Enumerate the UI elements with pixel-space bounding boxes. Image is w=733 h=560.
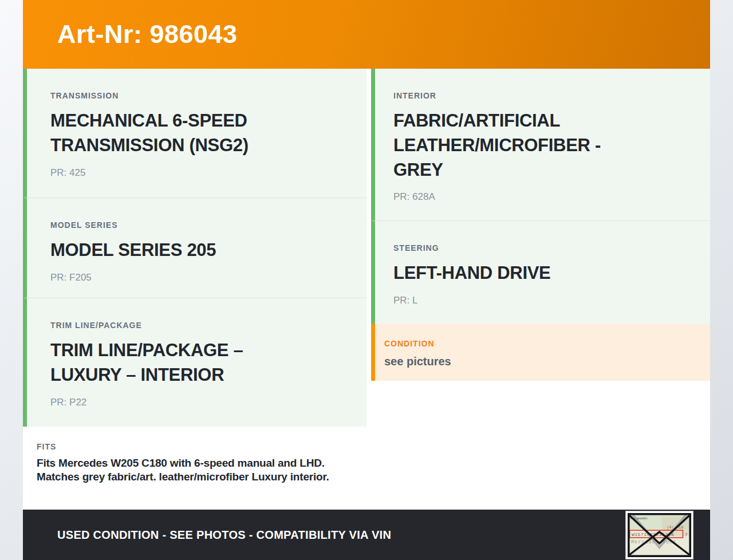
- condition-label: CONDITION: [384, 339, 699, 348]
- right-column-filler: [371, 381, 710, 510]
- header-banner: Art-Nr: 986043: [23, 0, 710, 69]
- spec-value: LEFT-HAND DRIVE: [393, 261, 687, 286]
- footer-notice: USED CONDITION - SEE PHOTOS - COMPATIBIL…: [57, 529, 391, 542]
- listing-page: Art-Nr: 986043 TRANSMISSION MECHANICAL 6…: [23, 0, 710, 560]
- spec-grid: TRANSMISSION MECHANICAL 6-SPEED TRANSMIS…: [23, 69, 710, 510]
- fits-description: Fits Mercedes W205 C180 with 6-speed man…: [37, 456, 334, 484]
- condition-value: see pictures: [384, 355, 699, 368]
- vin-suffix: 7: [685, 532, 688, 537]
- spec-label: MODEL SERIES: [50, 220, 344, 230]
- spec-card-trim-line: TRIM LINE/PACKAGE TRIM LINE/PACKAGE – LU…: [23, 298, 366, 427]
- spec-label: TRANSMISSION: [50, 91, 344, 100]
- spec-pr-code: PR: 628A: [393, 191, 687, 203]
- spec-pr-code: PR: 425: [50, 167, 344, 179]
- spec-card-transmission: TRANSMISSION MECHANICAL 6-SPEED TRANSMIS…: [23, 69, 366, 198]
- spec-value: TRIM LINE/PACKAGE – LUXURY – INTERIOR: [50, 338, 344, 388]
- spec-pr-code: PR: F205: [50, 272, 344, 283]
- spec-label: STEERING: [393, 243, 687, 253]
- spec-pr-code: PR: L: [393, 295, 687, 306]
- article-number-title: Art-Nr: 986043: [57, 19, 238, 49]
- spec-value: MODEL SERIES 205: [50, 238, 344, 263]
- left-column: TRANSMISSION MECHANICAL 6-SPEED TRANSMIS…: [23, 69, 366, 510]
- vin-plate-image: Fahrgestellnr. |4| Ai8 W1571463J31248 7 …: [628, 513, 691, 557]
- spec-label: TRIM LINE/PACKAGE: [50, 321, 344, 330]
- footer-bar: USED CONDITION - SEE PHOTOS - COMPATIBIL…: [23, 510, 710, 560]
- spec-card-interior: INTERIOR FABRIC/ARTIFICIAL LEATHER/MICRO…: [371, 69, 710, 220]
- spec-label: INTERIOR: [393, 91, 687, 100]
- spec-card-model-series: MODEL SERIES MODEL SERIES 205 PR: F205: [23, 198, 366, 298]
- spec-value: FABRIC/ARTIFICIAL LEATHER/MICROFIBER - G…: [393, 109, 687, 182]
- condition-card: CONDITION see pictures: [371, 324, 710, 381]
- spec-pr-code: PR: P22: [50, 397, 344, 408]
- right-column: INTERIOR FABRIC/ARTIFICIAL LEATHER/MICRO…: [371, 69, 710, 510]
- fits-label: FITS: [37, 442, 344, 451]
- spec-value: MECHANICAL 6-SPEED TRANSMISSION (NSG2): [50, 109, 344, 158]
- vin-plate-thumbnail[interactable]: Fahrgestellnr. |4| Ai8 W1571463J31248 7 …: [626, 511, 693, 559]
- spec-card-steering: STEERING LEFT-HAND DRIVE PR: L: [371, 220, 710, 324]
- fits-card: FITS Fits Mercedes W205 C180 with 6-spee…: [23, 427, 366, 510]
